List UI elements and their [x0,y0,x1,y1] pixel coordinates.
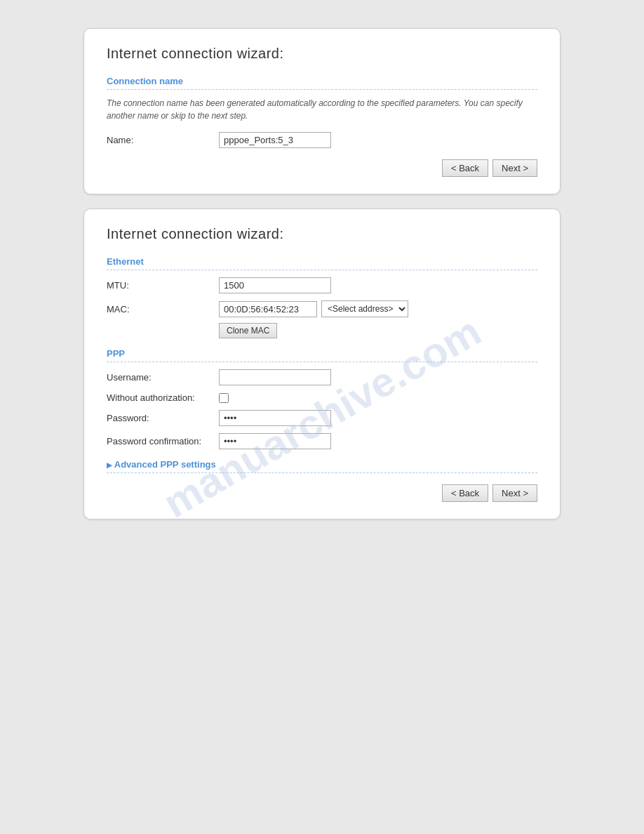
username-input[interactable] [219,369,331,385]
ethernet-section: Ethernet MTU: MAC: <Select address> Clon… [107,256,537,338]
password-label: Password: [107,413,219,423]
mac-input[interactable] [219,301,317,317]
name-label: Name: [107,135,219,145]
wizard-1-buttons: < Back Next > [107,159,537,177]
ppp-section: PPP Username: Without authorization: Pas… [107,348,537,449]
ppp-header: PPP [107,348,537,362]
connection-name-description: The connection name has been generated a… [107,97,537,122]
clone-mac-row: Clone MAC [107,320,537,338]
mtu-input[interactable] [219,277,331,293]
password-confirm-input[interactable] [219,433,331,449]
clone-mac-button[interactable]: Clone MAC [219,323,277,338]
username-label: Username: [107,372,219,383]
wizard-2-buttons: < Back Next > [107,484,537,502]
wizard-2-next-button[interactable]: Next > [492,484,537,502]
password-confirm-row: Password confirmation: [107,433,537,449]
password-row: Password: [107,410,537,426]
wizard-2-title: Internet connection wizard: [107,226,537,242]
wizard-card-2: Internet connection wizard: Ethernet MTU… [83,208,561,519]
ethernet-header: Ethernet [107,256,537,270]
wizard-card-1: Internet connection wizard: Connection n… [83,28,561,194]
without-auth-label: Without authorization: [107,392,219,403]
wizard-2-back-button[interactable]: < Back [442,484,488,502]
name-row: Name: [107,132,537,148]
password-confirm-label: Password confirmation: [107,436,219,446]
name-input[interactable] [219,132,331,148]
mtu-row: MTU: [107,277,537,293]
wizard-1-title: Internet connection wizard: [107,46,537,62]
wizard-1-next-button[interactable]: Next > [492,159,537,177]
mac-label: MAC: [107,304,219,315]
mac-address-select[interactable]: <Select address> [321,300,408,317]
connection-name-header: Connection name [107,76,537,90]
advanced-ppp-section: Advanced PPP settings [107,459,537,473]
advanced-ppp-header[interactable]: Advanced PPP settings [107,459,537,473]
connection-name-section: Connection name The connection name has … [107,76,537,148]
mac-row: MAC: <Select address> [107,300,537,317]
wizard-1-back-button[interactable]: < Back [442,159,488,177]
password-input[interactable] [219,410,331,426]
username-row: Username: [107,369,537,385]
without-auth-checkbox[interactable] [219,393,229,403]
without-auth-row: Without authorization: [107,392,537,403]
mtu-label: MTU: [107,280,219,291]
